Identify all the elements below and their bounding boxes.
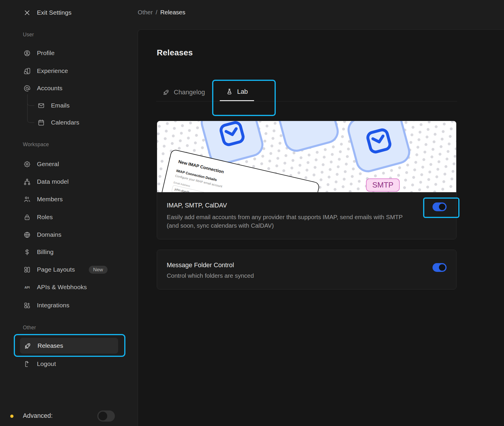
feature-title: Message Folder Control	[167, 262, 234, 269]
settings-sidebar: Exit Settings User Profile Experience Ac…	[0, 0, 138, 426]
feature-description: Easily add email accounts from any provi…	[167, 213, 410, 230]
exit-settings-label: Exit Settings	[37, 9, 71, 16]
advanced-label: Advanced:	[23, 412, 53, 420]
calendar-icon	[38, 119, 45, 126]
sidebar-item-page-layouts[interactable]: Page Layouts New	[23, 263, 108, 276]
sidebar-item-label: Data model	[37, 178, 69, 185]
smtp-badge: SMTP	[366, 178, 400, 192]
lock-icon	[23, 214, 31, 221]
sidebar-item-label: Experience	[37, 67, 68, 74]
breadcrumb: Other / Releases	[138, 9, 185, 16]
toggle-knob	[98, 412, 107, 420]
tabs-divider	[156, 101, 457, 101]
users-icon	[23, 196, 31, 203]
sidebar-item-data-model[interactable]: Data model	[23, 175, 69, 188]
feature-title: IMAP, SMTP, CalDAV	[167, 202, 227, 209]
feature-card-imap-smtp-caldav: New IMAP Connection IMAP Connection Deta…	[157, 121, 457, 239]
section-header-user: User	[23, 32, 34, 39]
tab-lab[interactable]: Lab	[220, 83, 254, 101]
mail-icon	[38, 102, 45, 109]
sidebar-item-billing[interactable]: Billing	[23, 246, 54, 258]
tab-label: Lab	[237, 88, 248, 96]
globe-icon	[23, 231, 31, 238]
sidebar-item-label: Releases	[38, 342, 63, 349]
section-header-workspace: Workspace	[23, 142, 49, 149]
sidebar-item-label: Billing	[37, 248, 54, 255]
layout-icon	[23, 266, 31, 273]
sidebar-item-label: Members	[37, 196, 63, 203]
close-icon	[23, 9, 31, 16]
api-icon: API	[23, 284, 31, 291]
color-swatch-icon	[23, 67, 31, 75]
rocket-icon	[24, 342, 31, 350]
sidebar-item-label: Logout	[37, 360, 56, 367]
sidebar-item-profile[interactable]: Profile	[23, 47, 55, 59]
sidebar-item-domains[interactable]: Domains	[23, 228, 62, 241]
toggle-knob	[439, 204, 445, 210]
section-header-other: Other	[23, 325, 36, 332]
sidebar-item-label: Accounts	[37, 85, 62, 92]
sidebar-item-logout[interactable]: Logout	[23, 357, 56, 370]
sidebar-item-integrations[interactable]: Integrations	[23, 299, 69, 312]
tree-connector	[27, 94, 34, 106]
logout-icon	[23, 360, 31, 368]
breadcrumb-parent[interactable]: Other	[138, 9, 153, 16]
sidebar-item-experience[interactable]: Experience	[23, 64, 68, 77]
hierarchy-icon	[23, 178, 31, 185]
user-circle-icon	[23, 50, 31, 57]
mail-glyph-icon	[217, 121, 247, 149]
mail-glyph-icon	[363, 125, 394, 156]
sidebar-item-label: Roles	[37, 214, 53, 221]
feature-card-message-folder-control: Message Folder Control Control which fol…	[157, 250, 457, 289]
sidebar-item-accounts[interactable]: Accounts	[23, 82, 62, 95]
sidebar-item-label: Calendars	[51, 119, 79, 126]
feature-illustration: New IMAP Connection IMAP Connection Deta…	[157, 121, 456, 192]
sidebar-item-roles[interactable]: Roles	[23, 211, 53, 224]
feature-description: Control which folders are synced	[167, 272, 254, 280]
sidebar-item-label: Page Layouts	[37, 266, 75, 273]
sidebar-item-label: General	[37, 161, 59, 168]
sidebar-item-general[interactable]: General	[23, 158, 59, 171]
new-badge: New	[89, 266, 108, 274]
advanced-dot	[10, 415, 13, 418]
sidebar-item-calendars[interactable]: Calendars	[38, 116, 79, 129]
page-title: Releases	[157, 48, 193, 57]
sidebar-item-members[interactable]: Members	[23, 193, 63, 206]
sidebar-item-emails[interactable]: Emails	[38, 99, 70, 112]
at-sign-icon	[23, 85, 31, 92]
sidebar-item-releases[interactable]: Releases	[20, 338, 118, 354]
breadcrumb-current: Releases	[160, 9, 185, 16]
tab-changelog[interactable]: Changelog	[163, 83, 205, 101]
sidebar-item-label: Integrations	[37, 302, 69, 309]
apps-icon	[23, 302, 31, 309]
sidebar-item-label: APIs & Webhooks	[37, 284, 87, 291]
sidebar-item-apis-webhooks[interactable]: API APIs & Webhooks	[23, 281, 87, 294]
message-folder-control-toggle[interactable]	[433, 263, 447, 272]
gear-icon	[23, 161, 31, 168]
rocket-icon	[163, 89, 170, 96]
sidebar-item-label: Domains	[37, 231, 62, 238]
tab-label: Changelog	[174, 88, 205, 96]
sidebar-item-label: Profile	[37, 50, 55, 57]
toggle-knob	[439, 264, 445, 271]
svg-text:API: API	[24, 285, 30, 289]
imap-smtp-caldav-toggle[interactable]	[433, 202, 447, 211]
currency-dollar-icon	[23, 248, 31, 256]
sidebar-item-label: Emails	[51, 102, 70, 109]
breadcrumb-separator: /	[156, 9, 157, 16]
flask-icon	[226, 88, 233, 95]
exit-settings-button[interactable]: Exit Settings	[23, 6, 71, 19]
advanced-toggle[interactable]	[97, 410, 115, 422]
